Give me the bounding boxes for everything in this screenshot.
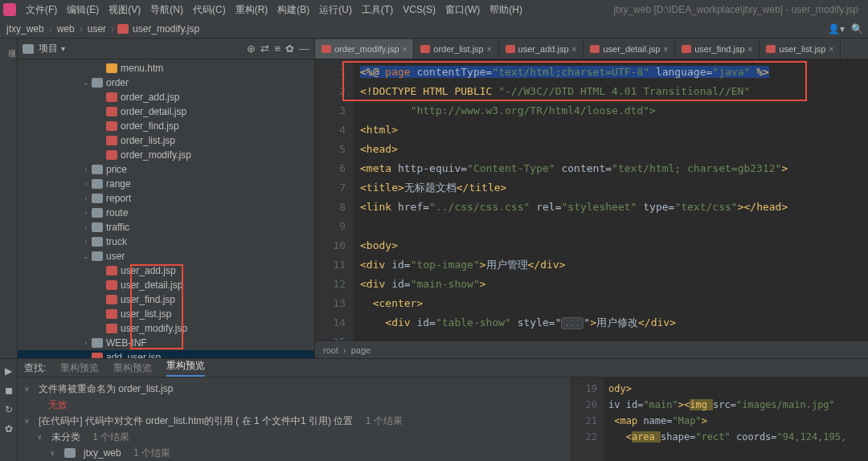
folder-icon: [92, 338, 103, 348]
crumb-root-code[interactable]: root: [323, 345, 338, 355]
crumb-file[interactable]: user_modify.jsp: [131, 23, 201, 35]
menu-window[interactable]: 窗口(W): [440, 3, 485, 17]
user-icon[interactable]: 👤▾: [828, 23, 845, 35]
project-header-title[interactable]: 项目: [39, 42, 58, 55]
tree-item-user_list-jsp[interactable]: user_list.jsp: [18, 307, 314, 321]
refactor-tab-1[interactable]: 重构预览: [60, 361, 99, 375]
jsp-icon: [106, 107, 117, 116]
jsp-file-icon: [506, 45, 515, 53]
code-area[interactable]: <%@ page contentType="text/html;charset=…: [354, 59, 868, 341]
line-gutter: 123456789101112131415: [315, 59, 354, 341]
tree-item-user_detail-jsp[interactable]: user_detail.jsp: [18, 278, 314, 292]
folder-icon: [92, 237, 103, 247]
tree-item-route[interactable]: ›route: [18, 206, 314, 220]
close-icon[interactable]: ×: [403, 45, 407, 54]
tree-item-traffic[interactable]: ›traffic: [18, 220, 314, 235]
menu-edit[interactable]: 编辑(E): [62, 3, 104, 17]
tree-item-user_find-jsp[interactable]: user_find.jsp: [18, 292, 314, 307]
tree-item-price[interactable]: ›price: [18, 162, 314, 177]
editor-tab-user_detail-jsp[interactable]: user_detail.jsp×: [583, 39, 675, 59]
tree-item-order_detail-jsp[interactable]: order_detail.jsp: [18, 104, 314, 119]
proj-label[interactable]: jtxy_web: [84, 447, 121, 459]
tree-item-order_find-jsp[interactable]: order_find.jsp: [18, 119, 314, 133]
gear-icon[interactable]: ✿: [5, 423, 13, 434]
rename-message: 文件将被重命名为 order_list.jsp: [39, 382, 173, 396]
collapse-icon[interactable]: ∨: [50, 449, 59, 457]
collapse-icon[interactable]: ∨: [37, 433, 47, 441]
close-icon[interactable]: ×: [487, 45, 492, 54]
menu-nav[interactable]: 导航(N): [145, 3, 188, 17]
menu-help[interactable]: 帮助(H): [485, 3, 527, 17]
stop-icon[interactable]: ◼: [5, 385, 13, 396]
folder-icon: [92, 208, 103, 218]
tree-item-order[interactable]: ⌄order: [18, 75, 314, 90]
editor-tab-user_find-jsp[interactable]: user_find.jsp×: [675, 39, 760, 59]
editor-breadcrumb: root › page: [315, 341, 868, 358]
refactor-preview-list[interactable]: ∨文件将被重命名为 order_list.jsp 无效 ∨[在代码中] 代码中对…: [18, 377, 571, 461]
tree-item-report[interactable]: ›report: [18, 191, 314, 206]
preview-code[interactable]: ody> iv id="main"><img src="images/main.…: [604, 377, 868, 461]
jsp-icon: [106, 295, 117, 304]
crumb-web[interactable]: web: [55, 23, 76, 35]
close-icon[interactable]: ×: [829, 45, 833, 54]
crumb-page-code[interactable]: page: [351, 345, 371, 355]
tree-item-truck[interactable]: ›truck: [18, 235, 314, 249]
tree-item-order_list-jsp[interactable]: order_list.jsp: [18, 133, 314, 148]
tree-item-order_add-jsp[interactable]: order_add.jsp: [18, 90, 314, 104]
close-icon[interactable]: ×: [748, 45, 753, 54]
jsp-icon: [106, 280, 117, 290]
menu-view[interactable]: 视图(V): [104, 3, 145, 17]
tree-item-menu-htm[interactable]: menu.htm: [18, 61, 314, 75]
close-icon[interactable]: ×: [572, 45, 577, 54]
target-icon[interactable]: ⊕: [247, 43, 256, 55]
usage-line[interactable]: [在代码中] 代码中对文件 order_list.htm的引用 ( 在 1 个文…: [39, 414, 353, 428]
editor-tab-order_modify-jsp[interactable]: order_modify.jsp×: [315, 39, 414, 59]
run-icon[interactable]: ▶: [5, 365, 12, 377]
tree-item-WEB-INF[interactable]: ›WEB-INF: [18, 336, 314, 350]
search-icon[interactable]: 🔍: [851, 23, 863, 35]
chevron-right-icon: ›: [76, 23, 86, 35]
collapse-icon[interactable]: ≡: [274, 43, 280, 55]
editor-tab-user_add-jsp[interactable]: user_add.jsp×: [499, 39, 584, 59]
editor-tab-order_list-jsp[interactable]: order_list.jsp×: [414, 39, 498, 59]
hide-icon[interactable]: —: [299, 43, 309, 55]
collapse-icon[interactable]: ∨: [24, 385, 34, 393]
folder-icon: [92, 78, 103, 88]
jsp-file-icon: [682, 45, 691, 53]
tool-window-stripe-left[interactable]: 项目: [0, 39, 18, 358]
refactor-tab-2[interactable]: 重构预览: [113, 361, 152, 375]
menu-vcs[interactable]: VCS(S): [398, 4, 440, 15]
gear-icon[interactable]: ✿: [285, 43, 294, 55]
tree-item-order_modify-jsp[interactable]: order_modify.jsp: [18, 148, 314, 162]
menu-code[interactable]: 代码(C): [188, 3, 231, 17]
menu-refactor[interactable]: 重构(R): [231, 3, 273, 17]
tree-item-range[interactable]: ›range: [18, 177, 314, 191]
editor-tabs: order_modify.jsp×order_list.jsp×user_add…: [315, 39, 868, 59]
menu-file[interactable]: 文件(F): [21, 3, 62, 17]
tree-item-user_add-jsp[interactable]: user_add.jsp: [18, 263, 314, 278]
folder-icon: [92, 165, 103, 174]
folder-icon: [92, 194, 103, 203]
refresh-icon[interactable]: ↻: [5, 404, 13, 415]
jsp-icon: [106, 309, 117, 319]
project-panel: 项目 ▾ ⊕ ⇄ ≡ ✿ — menu.htm⌄orderorder_add.j…: [18, 39, 315, 358]
crumb-user[interactable]: user: [86, 23, 108, 35]
collapse-icon[interactable]: ∨: [24, 417, 34, 425]
crumb-root[interactable]: jtxy_web: [5, 23, 46, 35]
refactor-tab-3[interactable]: 重构预览: [166, 359, 205, 377]
close-icon[interactable]: ×: [663, 45, 668, 54]
tree-item-add_user-jsp[interactable]: add_user.jsp: [18, 350, 314, 358]
expand-icon[interactable]: ⇄: [260, 43, 269, 55]
editor-tab-user_list-jsp[interactable]: user_list.jsp×: [760, 39, 841, 59]
chevron-down-icon[interactable]: ▾: [61, 44, 65, 53]
tree-item-user_modify-jsp[interactable]: user_modify.jsp: [18, 321, 314, 336]
uncat-label[interactable]: 未分类: [51, 430, 80, 444]
folder-icon: [92, 251, 103, 261]
folder-icon: [64, 448, 76, 458]
menu-tools[interactable]: 工具(T): [357, 3, 398, 17]
tree-item-user[interactable]: ⌄user: [18, 249, 314, 263]
menu-run[interactable]: 运行(U): [314, 3, 357, 17]
project-tree[interactable]: menu.htm⌄orderorder_add.jsporder_detail.…: [18, 59, 314, 358]
bottom-tool-stripe: ▶ ◼ ↻ ✿: [0, 359, 18, 461]
menu-build[interactable]: 构建(B): [272, 3, 314, 17]
